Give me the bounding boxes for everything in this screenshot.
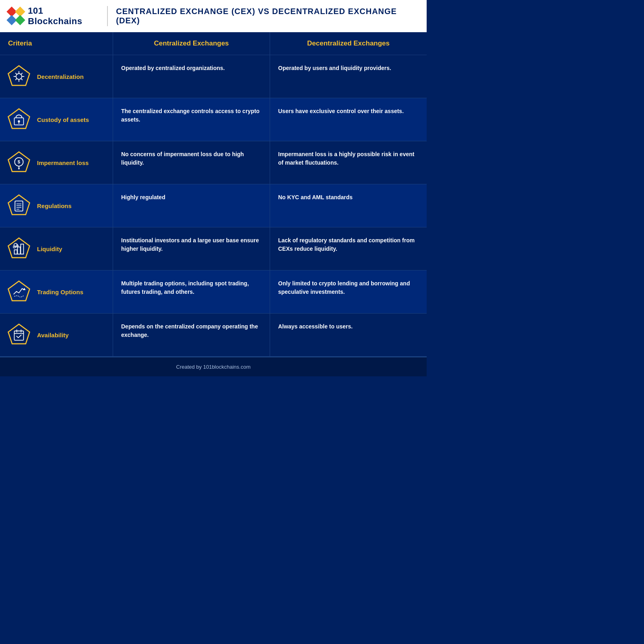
cex-cell-impermanent: No concerns of impermanent loss due to h… <box>113 141 270 184</box>
svg-marker-18 <box>18 168 20 169</box>
header-title: CENTRALIZED EXCHANGE (CEX) VS DECENTRALI… <box>116 7 419 25</box>
cex-cell-custody: The centralized exchange controls access… <box>113 98 270 141</box>
criteria-label-availability: Availability <box>37 332 69 339</box>
svg-text:$: $ <box>18 159 21 164</box>
col-header-criteria: Criteria <box>0 32 113 55</box>
svg-marker-34 <box>8 324 29 344</box>
header: 101 Blockchains CENTRALIZED EXCHANGE (CE… <box>0 0 427 32</box>
comparison-table: Criteria Centralized Exchanges Decentral… <box>0 32 427 357</box>
svg-marker-25 <box>8 238 29 258</box>
svg-rect-28 <box>21 244 23 254</box>
table-row: Trading Options Multiple trading options… <box>0 270 427 314</box>
cex-cell-trading: Multiple trading options, including spot… <box>113 270 270 313</box>
criteria-label-decentralization: Decentralization <box>37 73 84 80</box>
criteria-label-liquidity: Liquidity <box>37 246 62 252</box>
svg-line-7 <box>21 78 22 80</box>
svg-marker-0 <box>8 66 29 85</box>
svg-point-12 <box>18 120 20 122</box>
criteria-cell-liquidity: Liquidity <box>0 227 113 270</box>
table-row: Custody of assets The centralized exchan… <box>0 98 427 141</box>
criteria-cell-availability: Availability <box>0 314 113 356</box>
dex-cell-decentralization: Operated by users and liquidity provider… <box>270 55 427 98</box>
availability-icon <box>6 322 31 347</box>
svg-rect-26 <box>14 250 17 254</box>
footer: Created by 101blockchains.com <box>0 357 427 376</box>
svg-rect-35 <box>14 331 23 340</box>
cex-cell-availability: Depends on the centralized company opera… <box>113 314 270 356</box>
svg-rect-20 <box>15 201 23 211</box>
criteria-label-trading: Trading Options <box>37 289 83 295</box>
custody-icon <box>6 107 31 132</box>
criteria-cell-impermanent: $ Impermanent loss <box>0 141 113 184</box>
cex-cell-liquidity: Institutional investors and a large user… <box>113 227 270 270</box>
table-row: $ Impermanent loss No concerns of imperm… <box>0 141 427 184</box>
col-header-dex: Decentralized Exchanges <box>270 32 427 55</box>
criteria-label-custody: Custody of assets <box>37 116 89 123</box>
liquidity-icon <box>6 236 31 261</box>
svg-line-6 <box>15 73 17 74</box>
criteria-label-impermanent: Impermanent loss <box>37 159 89 166</box>
cex-cell-regulations: Highly regulated <box>113 184 270 227</box>
criteria-cell-decentralization: Decentralization <box>0 55 113 98</box>
table-row: Regulations Highly regulated No KYC and … <box>0 184 427 227</box>
dex-cell-liquidity: Lack of regulatory standards and competi… <box>270 227 427 270</box>
dex-cell-custody: Users have exclusive control over their … <box>270 98 427 141</box>
svg-rect-27 <box>17 247 20 254</box>
criteria-cell-custody: Custody of assets <box>0 98 113 141</box>
header-divider <box>107 6 108 26</box>
dex-cell-impermanent: Impermanent loss is a highly possible ri… <box>270 141 427 184</box>
cex-cell-decentralization: Operated by centralized organizations. <box>113 55 270 98</box>
logo-area: 101 Blockchains <box>8 6 99 27</box>
decentralization-icon <box>6 64 31 89</box>
table-row: Liquidity Institutional investors and a … <box>0 227 427 270</box>
diamond-green <box>15 15 25 25</box>
logo-text: 101 Blockchains <box>28 6 99 27</box>
svg-line-8 <box>21 73 22 74</box>
criteria-label-regulations: Regulations <box>37 202 72 209</box>
logo-diamonds <box>8 8 24 24</box>
regulations-icon <box>6 193 31 218</box>
col-header-cex: Centralized Exchanges <box>113 32 270 55</box>
trading-icon <box>6 279 31 304</box>
svg-line-9 <box>15 78 17 80</box>
dex-cell-trading: Only limited to crypto lending and borro… <box>270 270 427 313</box>
dex-cell-availability: Always accessible to users. <box>270 314 427 356</box>
footer-text: Created by 101blockchains.com <box>176 364 251 370</box>
svg-marker-19 <box>8 195 29 215</box>
column-headers: Criteria Centralized Exchanges Decentral… <box>0 32 427 55</box>
svg-marker-32 <box>8 281 29 301</box>
svg-point-29 <box>14 244 18 247</box>
table-row: Decentralization Operated by centralized… <box>0 55 427 98</box>
svg-marker-10 <box>8 109 29 128</box>
impermanent-icon: $ <box>6 150 31 175</box>
dex-cell-regulations: No KYC and AML standards <box>270 184 427 227</box>
table-row: Availability Depends on the centralized … <box>0 314 427 357</box>
criteria-cell-regulations: Regulations <box>0 184 113 227</box>
criteria-cell-trading: Trading Options <box>0 270 113 313</box>
